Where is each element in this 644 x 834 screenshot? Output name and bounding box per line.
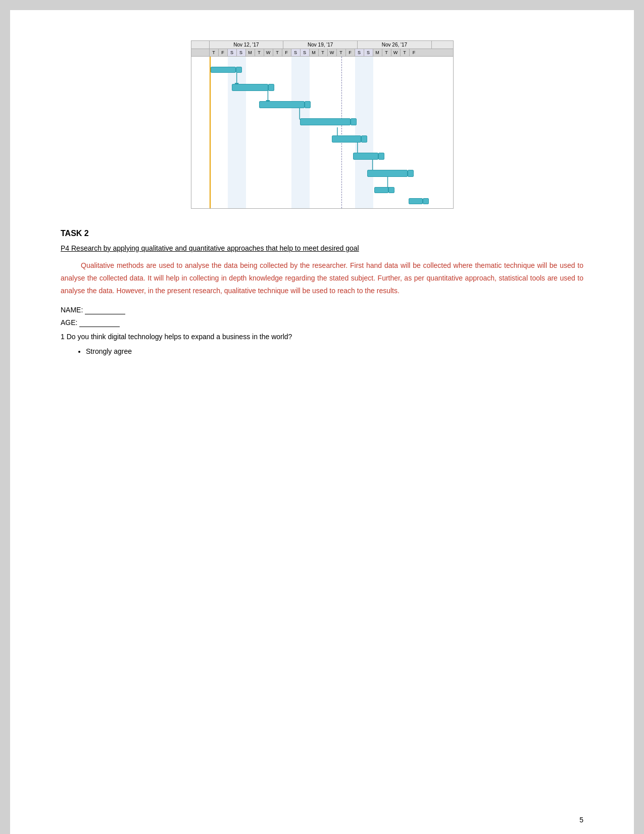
day-cell: S <box>237 49 246 56</box>
gantt-milestone-2 <box>268 84 274 91</box>
gantt-week-1: Nov 12, '17 <box>210 41 284 49</box>
task2-age-field: AGE: <box>61 318 583 327</box>
gantt-milestone-3 <box>305 101 311 108</box>
gantt-body <box>191 57 453 208</box>
gantt-bar-7 <box>367 170 408 177</box>
gantt-bar-3 <box>259 101 305 108</box>
gantt-day-header: T F S S M T W T F S S M T W T F S S M T … <box>191 49 453 57</box>
weekend-col-1 <box>228 57 246 208</box>
task2-subtitle: P4 Research by applying qualitative and … <box>61 244 583 252</box>
gantt-bar-9 <box>409 198 423 204</box>
gantt-milestone-7 <box>408 170 414 177</box>
today-line <box>210 57 211 208</box>
day-cell: F <box>219 49 228 56</box>
day-cell: F <box>410 49 419 56</box>
gantt-milestone-1 <box>236 67 242 73</box>
day-cell: W <box>264 49 273 56</box>
weekend-col-3 <box>355 57 373 208</box>
day-cell: S <box>355 49 364 56</box>
day-cell: S <box>291 49 301 56</box>
day-cell: T <box>255 49 264 56</box>
day-cell: M <box>310 49 319 56</box>
task2-section: TASK 2 P4 Research by applying qualitati… <box>61 229 583 355</box>
day-cell: T <box>273 49 282 56</box>
gantt-milestone-9 <box>423 198 429 204</box>
day-cell: T <box>382 49 391 56</box>
day-cell: W <box>391 49 401 56</box>
day-cell: F <box>282 49 291 56</box>
task2-question1: 1 Do you think digital technology helps … <box>61 331 583 342</box>
gantt-bar-8 <box>374 187 388 193</box>
day-cell: T <box>401 49 410 56</box>
day-cell: F <box>346 49 355 56</box>
gantt-milestone-5 <box>361 135 367 143</box>
task2-bullet-list: Strongly agree <box>86 347 583 355</box>
gantt-week-4 <box>432 41 453 49</box>
day-cell: T <box>319 49 328 56</box>
gantt-milestone-6 <box>378 153 384 160</box>
gantt-week-header: Nov 12, '17 Nov 19, '17 Nov 26, '17 <box>191 41 453 49</box>
day-cell: T <box>337 49 346 56</box>
document-page: Nov 12, '17 Nov 19, '17 Nov 26, '17 T F … <box>10 10 634 834</box>
age-label: AGE: <box>61 318 77 327</box>
gantt-bar-6 <box>353 153 378 160</box>
gantt-milestone-8 <box>388 187 394 193</box>
gantt-milestone-4 <box>351 118 357 125</box>
task2-body-text: Qualitative methods are used to analyse … <box>61 261 583 295</box>
day-cell: M <box>246 49 255 56</box>
task2-name-field: NAME: <box>61 306 583 314</box>
gantt-bar-1 <box>211 67 236 73</box>
gantt-bar-2 <box>232 84 268 91</box>
weekend-col-2 <box>291 57 310 208</box>
gantt-chart: Nov 12, '17 Nov 19, '17 Nov 26, '17 T F … <box>191 40 454 209</box>
task2-title: TASK 2 <box>61 229 583 238</box>
task2-body: Qualitative methods are used to analyse … <box>61 259 583 298</box>
dotted-line <box>341 57 342 208</box>
gantt-week-3: Nov 26, '17 <box>358 41 432 49</box>
indent-spacer <box>61 259 81 272</box>
page-number: 5 <box>579 816 583 824</box>
gantt-week-2: Nov 19, '17 <box>283 41 358 49</box>
age-value <box>79 318 120 327</box>
name-value <box>85 306 125 314</box>
bullet-item-1: Strongly agree <box>86 347 583 355</box>
name-label: NAME: <box>61 306 83 314</box>
day-cell: W <box>328 49 337 56</box>
day-cell: S <box>364 49 373 56</box>
gantt-bar-5 <box>332 135 361 143</box>
day-cell: M <box>373 49 382 56</box>
day-cell: S <box>301 49 310 56</box>
day-cell: S <box>228 49 237 56</box>
gantt-bar-4 <box>300 118 351 125</box>
day-cell: T <box>210 49 219 56</box>
